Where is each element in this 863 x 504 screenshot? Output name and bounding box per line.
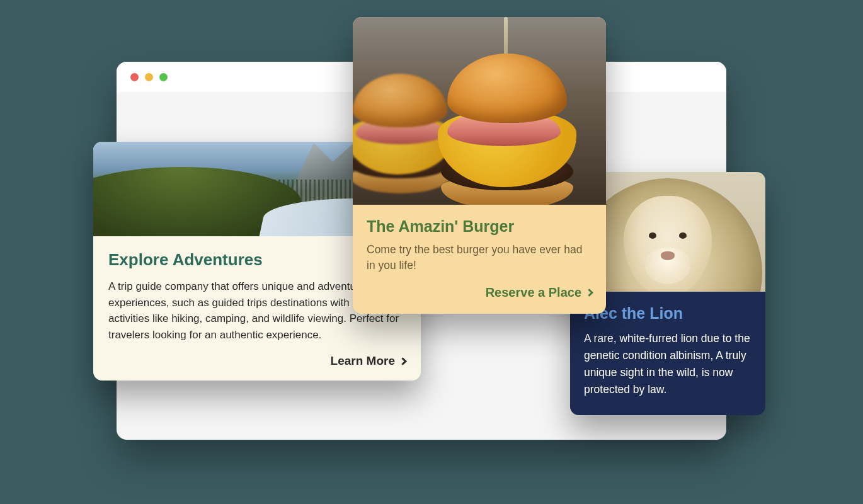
card-description: A rare, white-furred lion due to the gen…: [584, 330, 752, 399]
card-burger: The Amazin' Burger Come try the best bur…: [353, 17, 606, 314]
card-title: Alec the Lion: [584, 304, 752, 323]
window-minimize-dot[interactable]: [145, 73, 153, 81]
chevron-right-icon: [585, 289, 593, 297]
card-image-burger: [353, 17, 606, 205]
cta-label: Reserve a Place: [486, 285, 581, 300]
learn-more-button[interactable]: Learn More: [108, 354, 406, 368]
chevron-right-icon: [399, 357, 407, 365]
window-maximize-dot[interactable]: [159, 73, 168, 81]
window-close-dot[interactable]: [130, 73, 139, 81]
card-description: Come try the best burger you have ever h…: [367, 242, 592, 274]
cta-label: Learn More: [331, 354, 395, 368]
card-title: The Amazin' Burger: [367, 217, 592, 236]
reserve-place-button[interactable]: Reserve a Place: [367, 285, 592, 300]
